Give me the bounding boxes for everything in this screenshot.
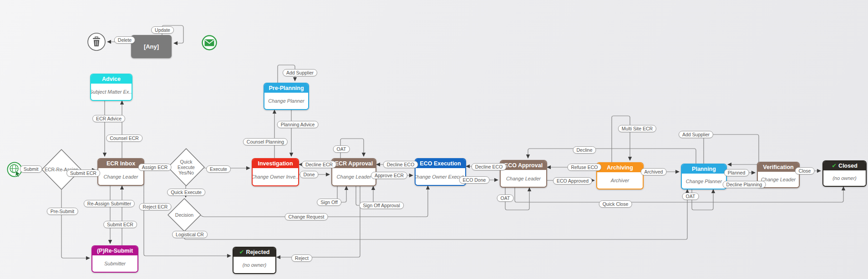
state-title: ECR Approval bbox=[332, 159, 376, 168]
state-investigation[interactable]: Investigation Change Owner Inve... bbox=[252, 158, 299, 186]
state-title: Archiving bbox=[597, 163, 643, 172]
state-owner: (no owner) bbox=[233, 257, 275, 273]
edge-change-request bbox=[201, 186, 428, 217]
transition-planning-advice[interactable]: Planning Advice bbox=[277, 121, 319, 128]
transition-pre-submit[interactable]: Pre-Submit bbox=[47, 208, 78, 215]
transition-ecr-advice[interactable]: ECR Advice bbox=[92, 115, 125, 122]
transition-reject[interactable]: Reject bbox=[291, 254, 312, 262]
transition-counsel-planning[interactable]: Counsel Planning bbox=[243, 138, 288, 145]
transition-quick-execute[interactable]: Quick Execute bbox=[167, 189, 205, 196]
state-eco-execution[interactable]: ECO Execution Change Owner Execut... bbox=[415, 158, 466, 186]
state-owner: Submitter bbox=[92, 255, 137, 272]
state-archiving[interactable]: Archiving Archiver bbox=[596, 162, 644, 189]
state-title-row: ✔Closed bbox=[823, 161, 866, 170]
transition-update[interactable]: Update bbox=[151, 26, 174, 34]
transition-delete[interactable]: Delete bbox=[114, 36, 135, 44]
state-title: Pre-Planning bbox=[264, 84, 308, 93]
decision-quick-execute-label: Quick Execute Yes/No bbox=[174, 159, 198, 175]
transition-oat-ecr-approval[interactable]: OAT bbox=[333, 145, 350, 153]
transition-submit-ecr-2[interactable]: Submit ECR bbox=[103, 221, 137, 228]
transition-execute[interactable]: Execute bbox=[206, 165, 231, 173]
decision-decision-label: Decision bbox=[171, 212, 198, 218]
transition-archived[interactable]: Archived bbox=[641, 168, 667, 175]
transition-oat-planning[interactable]: OAT bbox=[682, 193, 699, 200]
transition-decline-eco-1[interactable]: Decline ECO bbox=[383, 161, 418, 168]
state-advice[interactable]: Advice Subject Matter Ex... bbox=[90, 74, 132, 101]
transition-sign-off[interactable]: Sign Off bbox=[317, 199, 341, 206]
state-owner: Change Leader bbox=[98, 168, 143, 185]
edge-add-supplier-pl bbox=[704, 135, 759, 164]
state-owner: Change Leader bbox=[501, 170, 546, 187]
state-planning[interactable]: Planning Change Planner bbox=[681, 164, 727, 189]
transition-logistical-cr[interactable]: Logistical CR bbox=[172, 231, 208, 238]
transition-planned[interactable]: Planned bbox=[724, 169, 749, 176]
transition-reject-ecr[interactable]: Reject ECR bbox=[139, 203, 172, 210]
mail-icon[interactable] bbox=[203, 36, 217, 50]
state-owner: Archiver bbox=[597, 172, 643, 189]
state-title: [Any] bbox=[144, 43, 159, 50]
transition-eco-done[interactable]: ECO Done bbox=[459, 176, 490, 184]
transition-refuse-eco[interactable]: Refuse ECO bbox=[568, 164, 602, 171]
state-owner: Subject Matter Ex... bbox=[91, 84, 132, 100]
transition-decline-eco-2[interactable]: Decline ECO bbox=[472, 163, 507, 170]
transition-assign-ecr[interactable]: Assign ECR bbox=[138, 164, 172, 171]
state-eco-approval[interactable]: ECO Approval Change Leader bbox=[500, 160, 547, 188]
edge-reject bbox=[277, 184, 360, 257]
state-owner: Change Leader bbox=[332, 168, 376, 185]
state-title-row: ✔Rejected bbox=[233, 248, 275, 257]
state-any[interactable]: [Any] bbox=[131, 35, 172, 58]
state-p-re-submit[interactable]: (P)Re-Submit Submitter bbox=[91, 245, 138, 273]
transition-close[interactable]: Close bbox=[795, 167, 815, 174]
transition-change-request[interactable]: Change Request bbox=[285, 213, 328, 220]
delete-icon[interactable] bbox=[88, 33, 105, 50]
state-owner: (no owner) bbox=[823, 170, 866, 186]
transition-sign-off-approval[interactable]: Sign Off Approval bbox=[359, 202, 404, 209]
state-title: Rejected bbox=[246, 248, 269, 257]
state-ecr-inbox[interactable]: ECR Inbox Change Leader bbox=[97, 158, 144, 186]
transition-decline-planning[interactable]: Decline Planning bbox=[723, 181, 766, 188]
state-title: Closed bbox=[838, 161, 858, 170]
state-title: Investigation bbox=[253, 159, 298, 168]
transition-approve-ecr[interactable]: Approve ECR bbox=[371, 172, 407, 179]
edge-multi-site-ecr bbox=[612, 116, 630, 162]
transition-add-supplier-planning[interactable]: Add Supplier bbox=[679, 131, 713, 138]
transition-eco-approved[interactable]: ECO Approved bbox=[553, 177, 592, 184]
state-closed[interactable]: ✔Closed (no owner) bbox=[822, 160, 867, 187]
state-owner: Change Planner bbox=[682, 174, 726, 189]
transition-add-supplier-pre-planning[interactable]: Add Supplier bbox=[283, 69, 317, 76]
transition-quick-close[interactable]: Quick Close bbox=[599, 200, 632, 208]
state-title: ECO Execution bbox=[416, 159, 465, 168]
state-owner: Change Owner Inve... bbox=[253, 168, 298, 185]
transition-oat-eco-approval[interactable]: OAT bbox=[497, 194, 514, 202]
transition-decline[interactable]: Decline bbox=[573, 146, 596, 154]
state-owner: Change Owner Execut... bbox=[416, 168, 465, 185]
state-rejected[interactable]: ✔Rejected (no owner) bbox=[233, 247, 276, 274]
transition-decline-ecr[interactable]: Decline ECR bbox=[302, 161, 336, 168]
check-icon: ✔ bbox=[239, 248, 244, 257]
state-owner: Change Planner bbox=[264, 93, 308, 109]
state-ecr-approval[interactable]: ECR Approval Change Leader bbox=[331, 158, 376, 186]
transition-done[interactable]: Done bbox=[299, 171, 318, 178]
workflow-canvas: [Any] Advice Subject Matter Ex... ECR In… bbox=[0, 0, 868, 279]
transition-multi-site-ecr[interactable]: Multi Site ECR bbox=[618, 125, 656, 132]
state-title: Planning bbox=[682, 164, 726, 174]
state-title: Advice bbox=[91, 75, 132, 84]
transition-counsel-ecr[interactable]: Counsel ECR bbox=[106, 135, 142, 142]
edge-quick-close bbox=[515, 186, 843, 202]
state-pre-planning[interactable]: Pre-Planning Change Planner bbox=[264, 83, 309, 110]
check-icon: ✔ bbox=[832, 161, 837, 170]
edge-logistical-cr bbox=[184, 189, 687, 239]
state-title: ECO Approval bbox=[501, 161, 546, 170]
state-title: Verification bbox=[758, 163, 799, 172]
transition-submit[interactable]: Submit bbox=[20, 165, 42, 173]
transition-submit-ecr-1[interactable]: Submit ECR bbox=[66, 169, 100, 177]
state-title: (P)Re-Submit bbox=[92, 246, 137, 255]
state-title: ECR Inbox bbox=[98, 159, 143, 168]
transition-reassign-submitter[interactable]: Re-Assign Submitter bbox=[84, 200, 135, 207]
